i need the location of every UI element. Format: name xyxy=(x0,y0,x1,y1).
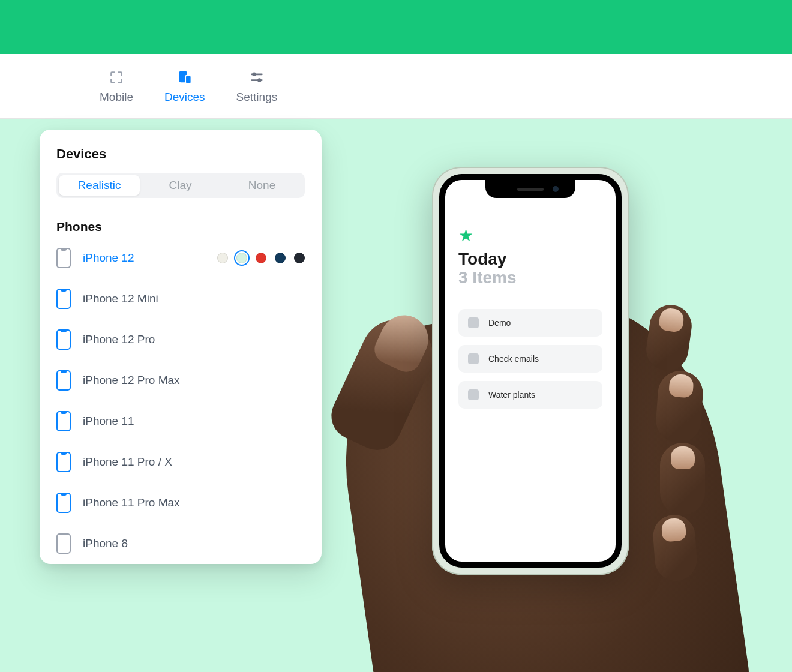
todo-label: Check emails xyxy=(488,354,539,364)
app-title: Today xyxy=(458,250,602,269)
devices-panel: Devices Realistic Clay None Phones iPhon… xyxy=(40,130,322,564)
color-white[interactable] xyxy=(217,253,228,263)
checkbox-icon[interactable] xyxy=(468,353,479,364)
device-label: iPhone 12 Mini xyxy=(83,292,305,305)
device-label: iPhone 8 xyxy=(83,537,305,550)
phone-icon xyxy=(56,533,71,554)
todo-label: Water plants xyxy=(488,390,535,400)
device-label: iPhone 12 Pro xyxy=(83,333,305,346)
star-icon: ★ xyxy=(458,226,602,245)
tab-mobile[interactable]: Mobile xyxy=(90,64,143,109)
todo-item[interactable]: Demo xyxy=(458,309,602,337)
todo-item[interactable]: Check emails xyxy=(458,345,602,373)
canvas: Devices Realistic Clay None Phones iPhon… xyxy=(0,119,792,672)
phone-icon xyxy=(56,493,71,513)
tab-label: Mobile xyxy=(100,91,133,104)
todo-item[interactable]: Water plants xyxy=(458,381,602,409)
device-item-iphone-11-pro-x[interactable]: iPhone 11 Pro / X xyxy=(56,442,305,482)
device-item-iphone-11[interactable]: iPhone 11 xyxy=(56,401,305,442)
tab-settings[interactable]: Settings xyxy=(227,64,287,109)
style-clay[interactable]: Clay xyxy=(140,175,221,196)
color-blue[interactable] xyxy=(275,253,286,263)
device-item-iphone-11-pro-max[interactable]: iPhone 11 Pro Max xyxy=(56,482,305,523)
device-label: iPhone 11 Pro Max xyxy=(83,496,305,509)
style-realistic[interactable]: Realistic xyxy=(59,175,140,196)
device-item-iphone-12-mini[interactable]: iPhone 12 Mini xyxy=(56,278,305,319)
color-swatches xyxy=(217,253,305,263)
style-segmented-control: Realistic Clay None xyxy=(56,173,305,198)
device-label: iPhone 11 Pro / X xyxy=(83,455,305,469)
phone-icon xyxy=(56,289,71,309)
todo-label: Demo xyxy=(488,318,511,328)
devices-icon xyxy=(176,69,193,86)
svg-point-5 xyxy=(257,78,262,82)
svg-point-3 xyxy=(252,72,256,76)
phone-screen: ★ Today 3 Items Demo Check emails Water … xyxy=(439,174,622,568)
phone-icon xyxy=(56,370,71,391)
device-label: iPhone 12 xyxy=(83,251,217,265)
phone-icon xyxy=(56,248,71,268)
device-preview: ★ Today 3 Items Demo Check emails Water … xyxy=(324,167,792,672)
device-label: iPhone 11 xyxy=(83,415,305,428)
checkbox-icon[interactable] xyxy=(468,317,479,328)
sliders-icon xyxy=(248,69,265,86)
device-item-iphone-12-pro[interactable]: iPhone 12 Pro xyxy=(56,319,305,360)
phone-mockup: ★ Today 3 Items Demo Check emails Water … xyxy=(432,167,629,575)
device-item-iphone-8[interactable]: iPhone 8 xyxy=(56,523,305,564)
tab-label: Settings xyxy=(236,91,278,104)
device-list: iPhone 12 iPhone 12 Mini iPhone 12 Pro xyxy=(40,238,322,564)
phone-icon xyxy=(56,329,71,350)
phones-section-title: Phones xyxy=(40,203,322,238)
color-black[interactable] xyxy=(294,253,305,263)
header-bar xyxy=(0,0,792,54)
app-subtitle: 3 Items xyxy=(458,269,602,287)
checkbox-icon[interactable] xyxy=(468,389,479,400)
device-item-iphone-12-pro-max[interactable]: iPhone 12 Pro Max xyxy=(56,360,305,401)
color-green[interactable] xyxy=(236,253,247,263)
fullscreen-icon xyxy=(108,69,125,86)
toolbar: Mobile Devices Settings xyxy=(0,54,792,119)
color-red[interactable] xyxy=(256,253,266,263)
tab-devices[interactable]: Devices xyxy=(155,64,215,109)
device-label: iPhone 12 Pro Max xyxy=(83,374,305,387)
style-none[interactable]: None xyxy=(221,175,302,196)
phone-icon xyxy=(56,452,71,472)
device-item-iphone-12[interactable]: iPhone 12 xyxy=(56,238,305,278)
phone-icon xyxy=(56,411,71,431)
panel-title: Devices xyxy=(40,146,322,173)
phone-notch xyxy=(485,180,575,198)
tab-label: Devices xyxy=(164,91,205,104)
svg-rect-1 xyxy=(185,75,191,83)
